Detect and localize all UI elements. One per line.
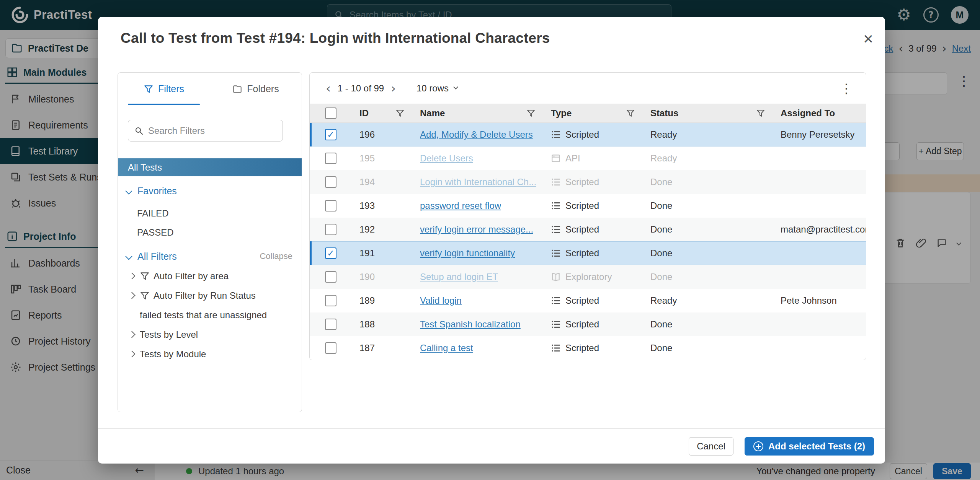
- row-checkbox[interactable]: ✓: [325, 200, 336, 212]
- favorite-filter-item[interactable]: FAILED: [118, 204, 302, 223]
- add-selected-tests-button[interactable]: Add selected Tests (2): [745, 437, 874, 456]
- cancel-button[interactable]: Cancel: [689, 437, 733, 456]
- row-checkbox[interactable]: ✓: [325, 319, 336, 330]
- cell-type: API: [543, 153, 643, 164]
- row-checkbox[interactable]: ✓: [325, 224, 336, 235]
- cell-name: Login with International Ch...: [412, 177, 543, 187]
- filter-tree-label: Tests by Module: [140, 349, 206, 360]
- cell-id: 187: [352, 343, 412, 353]
- table-row[interactable]: ✓ 193 password reset flow Scripted Done: [310, 194, 866, 218]
- test-name-link[interactable]: Test Spanish localization: [420, 319, 521, 330]
- folder-icon: [232, 84, 242, 94]
- table-row[interactable]: ✓ 196 Add, Modify & Delete Users Scripte…: [310, 123, 866, 146]
- chevron-right-icon: [128, 272, 135, 279]
- filter-tree-item[interactable]: failed tests that are unassigned: [118, 305, 302, 325]
- plus-icon: [753, 441, 763, 451]
- filter-tree-item[interactable]: Tests by Level: [118, 325, 302, 344]
- chevron-right-icon: [128, 350, 135, 357]
- table-header: ✓ ID Name Type Status Ass: [310, 104, 866, 123]
- cell-name: Calling a test: [412, 343, 543, 353]
- name-filter-icon[interactable]: [526, 109, 536, 118]
- cell-assigned-to: Pete Johnson: [773, 295, 866, 306]
- table-row[interactable]: ✓ 191 verify login functionality Scripte…: [310, 241, 866, 265]
- tab-folders[interactable]: Folders: [210, 73, 302, 105]
- test-name-link[interactable]: Login with International Ch...: [420, 177, 536, 187]
- filters-panel: Filters Folders All Tests Favorites: [118, 72, 302, 412]
- table-row[interactable]: ✓ 194 Login with International Ch... Scr…: [310, 170, 866, 194]
- modal-title: Call to Test from Test #194: Login with …: [121, 30, 550, 46]
- rows-per-page-value: 10 rows: [416, 83, 449, 94]
- search-icon: [134, 126, 144, 135]
- all-tests-item[interactable]: All Tests: [118, 158, 302, 176]
- filter-tree-label: failed tests that are unassigned: [140, 310, 267, 321]
- test-name-link[interactable]: Add, Modify & Delete Users: [420, 129, 533, 140]
- row-checkbox[interactable]: ✓: [325, 153, 336, 164]
- chevron-down-icon: [125, 253, 132, 260]
- close-icon[interactable]: ✕: [860, 31, 877, 47]
- row-checkbox[interactable]: ✓: [325, 129, 336, 140]
- next-page-icon[interactable]: ›: [388, 82, 399, 94]
- tests-table-panel: ‹ 1 - 10 of 99 › 10 rows ⋮ ✓ ID Name: [309, 72, 866, 360]
- row-checkbox[interactable]: ✓: [325, 342, 336, 354]
- scripted-type-icon: [551, 296, 561, 306]
- test-name-link[interactable]: Calling a test: [420, 343, 473, 353]
- call-to-test-modal: Call to Test from Test #194: Login with …: [98, 17, 885, 464]
- test-name-link[interactable]: password reset flow: [420, 200, 501, 211]
- status-filter-icon[interactable]: [756, 109, 765, 118]
- favorite-filter-item[interactable]: PASSED: [118, 223, 302, 242]
- auto-filter-icon: [140, 291, 150, 301]
- column-header-name: Name: [412, 108, 543, 119]
- table-row[interactable]: ✓ 190 Setup and login ET Exploratory Don…: [310, 265, 866, 289]
- cell-id: 195: [352, 153, 412, 164]
- tab-filters[interactable]: Filters: [118, 73, 210, 105]
- favorites-list: FAILED PASSED: [118, 204, 302, 242]
- row-checkbox[interactable]: ✓: [325, 176, 336, 188]
- scripted-type-icon: [551, 343, 561, 353]
- favorites-group[interactable]: Favorites: [118, 182, 302, 199]
- cell-name: Delete Users: [412, 153, 543, 164]
- cell-id: 191: [352, 248, 412, 259]
- column-header-id: ID: [352, 108, 412, 119]
- api-type-icon: [551, 153, 561, 163]
- cell-id: 192: [352, 224, 412, 235]
- favorites-label: Favorites: [137, 185, 177, 197]
- id-filter-icon[interactable]: [395, 109, 405, 118]
- cell-status: Done: [643, 272, 773, 282]
- test-name-link[interactable]: Delete Users: [420, 153, 473, 164]
- cell-type: Scripted: [543, 129, 643, 140]
- filter-search[interactable]: [128, 120, 283, 142]
- table-row[interactable]: ✓ 188 Test Spanish localization Scripted…: [310, 312, 866, 336]
- test-name-link[interactable]: Valid login: [420, 295, 462, 306]
- chevron-right-icon: [128, 331, 135, 338]
- prev-page-icon[interactable]: ‹: [323, 82, 334, 94]
- row-checkbox[interactable]: ✓: [325, 247, 336, 259]
- table-menu-icon[interactable]: ⋮: [838, 82, 855, 95]
- type-filter-icon[interactable]: [626, 109, 635, 118]
- filter-tree-item[interactable]: Auto Filter by Run Status: [118, 286, 302, 305]
- table-toolbar: ‹ 1 - 10 of 99 › 10 rows ⋮: [310, 73, 866, 104]
- collapse-link[interactable]: Collapse: [260, 251, 292, 261]
- test-name-link[interactable]: verify login error message...: [420, 224, 533, 235]
- table-row[interactable]: ✓ 195 Delete Users API Ready: [310, 146, 866, 170]
- cell-name: Setup and login ET: [412, 272, 543, 282]
- filter-search-input[interactable]: [148, 125, 276, 136]
- filter-tree-label: Auto Filter by Run Status: [154, 290, 256, 301]
- exploratory-type-icon: [551, 272, 561, 282]
- row-checkbox[interactable]: ✓: [325, 295, 336, 306]
- select-all-checkbox[interactable]: ✓: [325, 107, 336, 119]
- table-row[interactable]: ✓ 192 verify login error message... Scri…: [310, 218, 866, 241]
- filter-tree-item[interactable]: Tests by Module: [118, 344, 302, 364]
- all-filters-group[interactable]: All Filters Collapse: [118, 248, 302, 265]
- table-row[interactable]: ✓ 189 Valid login Scripted Ready Pete Jo…: [310, 289, 866, 312]
- row-checkbox[interactable]: ✓: [325, 271, 336, 283]
- rows-per-page-select[interactable]: 10 rows: [416, 83, 457, 94]
- filter-tree-item[interactable]: Auto Filter by area: [118, 266, 302, 286]
- tab-folders-label: Folders: [247, 83, 279, 94]
- scripted-type-icon: [551, 177, 561, 187]
- filter-funnel-icon: [144, 84, 154, 94]
- test-name-link[interactable]: Setup and login ET: [420, 272, 498, 282]
- tab-filters-label: Filters: [158, 83, 184, 94]
- table-row[interactable]: ✓ 187 Calling a test Scripted Done: [310, 336, 866, 360]
- test-name-link[interactable]: verify login functionality: [420, 248, 515, 259]
- cell-type: Scripted: [543, 224, 643, 235]
